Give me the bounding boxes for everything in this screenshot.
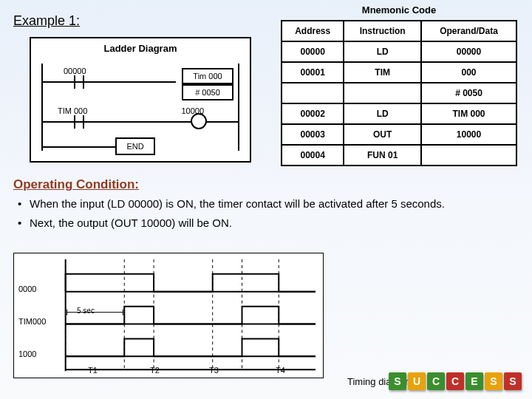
mnemonic-heading: Mnemonic Code <box>281 0 517 20</box>
table-cell: 00004 <box>282 145 344 166</box>
mnemonic-table: Address Instruction Operand/Data 00000LD… <box>281 20 517 166</box>
table-cell: 000 <box>421 62 516 83</box>
table-cell: LD <box>344 103 421 124</box>
ladder-rails: 00000 Tim 000 # 0050 TIM 000 10000 END <box>41 64 239 151</box>
rung1-contact-label: 00000 <box>64 66 86 75</box>
table-cell <box>282 83 344 103</box>
table-row: 00001TIM000 <box>282 62 516 83</box>
bullet-1: When the input (LD 00000) is ON, the tim… <box>13 197 519 211</box>
ladder-diagram: Ladder Diagram 00000 Tim 000 # 0050 TIM … <box>30 37 251 163</box>
end-box: END <box>115 137 155 155</box>
rung2-contact-label: TIM 000 <box>58 106 87 115</box>
tick-t1: T1 <box>88 366 98 375</box>
col-instruction: Instruction <box>344 21 421 41</box>
table-row: 00000LD00000 <box>282 41 516 62</box>
success-blocks: SUCCESS <box>389 372 522 390</box>
col-address: Address <box>282 21 344 41</box>
mnemonic-table-wrap: Mnemonic Code Address Instruction Operan… <box>281 0 517 166</box>
rung1-contact <box>69 75 89 89</box>
table-cell: FUN 01 <box>344 145 421 166</box>
table-cell: 00003 <box>282 124 344 145</box>
table-cell: # 0050 <box>421 83 516 103</box>
rung1-timer-box-bot: # 0050 <box>182 84 233 100</box>
table-row: 00004FUN 01 <box>282 145 516 166</box>
success-block: C <box>446 372 464 390</box>
col-operand: Operand/Data <box>421 21 516 41</box>
success-block: C <box>427 372 445 390</box>
table-cell: LD <box>344 41 421 62</box>
table-cell: 00000 <box>282 41 344 62</box>
success-block: S <box>485 372 502 390</box>
table-cell: OUT <box>344 124 421 145</box>
rung1-timer-box-top: Tim 000 <box>182 68 233 84</box>
bullet-2: Next, the output (OUT 10000) will be ON. <box>13 216 519 231</box>
success-block: S <box>504 372 522 390</box>
table-cell: TIM 000 <box>421 103 516 124</box>
timing-diagram: 0000 TIM000 1000 5 sec T1 T2 T3 T4 <box>13 253 324 378</box>
table-cell: 00002 <box>282 103 344 124</box>
tick-t3: T3 <box>209 366 219 375</box>
operating-condition: Operating Condition: When the input (LD … <box>13 177 519 236</box>
timing-svg <box>14 253 323 378</box>
tick-t2: T2 <box>150 366 160 375</box>
table-row: 00002LDTIM 000 <box>282 103 516 124</box>
table-cell <box>344 83 421 103</box>
success-block: S <box>389 372 406 390</box>
tick-t4: T4 <box>276 366 285 375</box>
table-cell: 10000 <box>421 124 516 145</box>
table-row: # 0050 <box>282 83 516 103</box>
ladder-heading: Ladder Diagram <box>31 38 250 58</box>
rung2-contact <box>69 115 89 129</box>
table-cell: 00000 <box>421 41 516 62</box>
slide-title: Example 1: <box>13 13 80 29</box>
table-cell: TIM <box>344 62 421 83</box>
rung2-coil <box>191 113 207 129</box>
operating-heading: Operating Condition: <box>13 177 519 192</box>
table-cell: 00001 <box>282 62 344 83</box>
table-cell <box>421 145 516 166</box>
success-block: U <box>408 372 426 390</box>
success-block: E <box>466 372 483 390</box>
table-row: 00003OUT10000 <box>282 124 516 145</box>
